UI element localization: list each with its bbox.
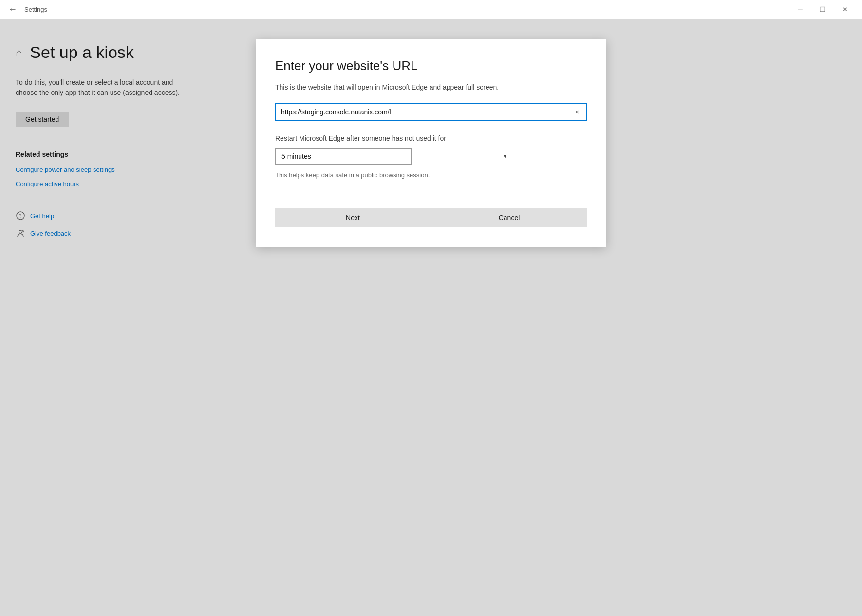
chevron-down-icon: ▾ [504,153,506,160]
titlebar-title: Settings [24,6,47,13]
dialog-footer: Next Cancel [275,208,587,227]
minimize-button[interactable]: ─ [789,0,811,19]
restart-time-dropdown[interactable]: 5 minutes 10 minutes 15 minutes 30 minut… [275,148,412,165]
restart-label: Restart Microsoft Edge after someone has… [275,134,587,142]
restore-button[interactable]: ❐ [811,0,834,19]
cancel-button[interactable]: Cancel [431,208,587,227]
url-input[interactable] [281,108,573,116]
window-controls: ─ ❐ ✕ [789,0,856,19]
content-area: ⌂ Set up a kiosk To do this, you'll crea… [0,19,862,616]
dialog-overlay: Enter your website's URL This is the web… [0,19,862,616]
dialog-title: Enter your website's URL [275,58,587,74]
url-clear-button[interactable]: × [573,107,581,117]
back-button[interactable]: ← [6,3,19,17]
next-button[interactable]: Next [275,208,431,227]
dropdown-wrapper: 5 minutes 10 minutes 15 minutes 30 minut… [275,148,587,165]
titlebar: ← Settings ─ ❐ ✕ [0,0,862,19]
dialog: Enter your website's URL This is the web… [256,39,606,247]
dialog-subtitle: This is the website that will open in Mi… [275,82,587,93]
close-button[interactable]: ✕ [834,0,856,19]
url-input-wrapper: × [275,103,587,121]
browse-help-text: This helps keep data safe in a public br… [275,171,587,179]
